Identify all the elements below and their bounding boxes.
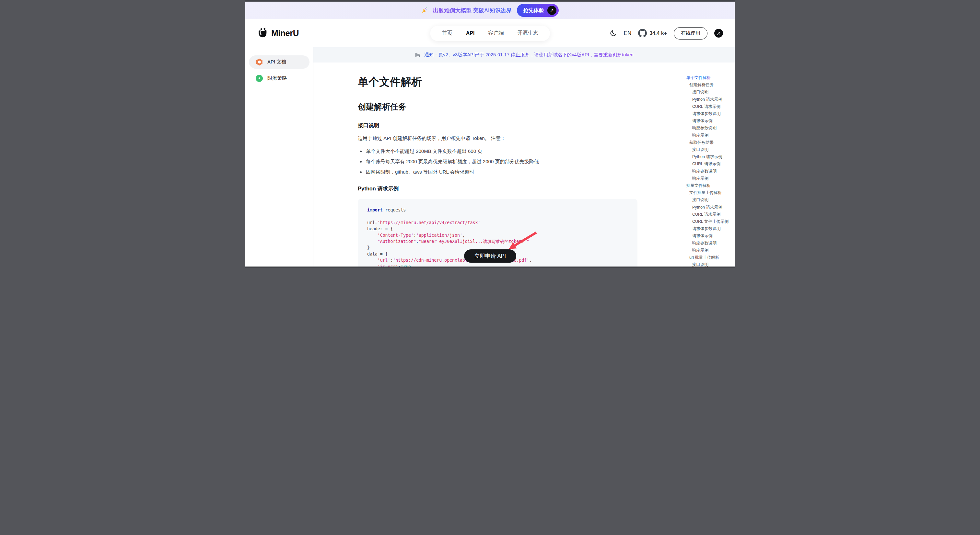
toc-item[interactable]: 接口说明 — [686, 89, 735, 95]
note-item: 单个文件大小不能超过 200MB,文件页数不超出 600 页 — [365, 148, 638, 154]
logo[interactable]: MinerU — [257, 27, 299, 39]
promo-banner: 出题难倒大模型 突破AI知识边界 抢先体验 ↗ — [245, 2, 735, 19]
toc-item[interactable]: 接口说明 — [686, 146, 735, 153]
promo-cta-label: 抢先体验 — [523, 7, 544, 14]
toc-item[interactable]: Python 请求示例 — [686, 204, 735, 211]
party-popper-icon — [421, 7, 428, 14]
toc-item[interactable]: 请求体参数说明 — [686, 225, 735, 232]
toc-item[interactable]: 请求体示例 — [686, 232, 735, 239]
note-item: 因网络限制，github、aws 等国外 URL 会请求超时 — [365, 169, 638, 175]
toc-item[interactable]: 接口说明 — [686, 261, 735, 267]
intro-paragraph: 适用于通过 API 创建解析任务的场景，用户须先申请 Token。 注意： — [358, 135, 638, 141]
main-nav: 首页API客户端开源生态 — [430, 25, 550, 41]
sidebar-item-label: 限流策略 — [267, 75, 287, 81]
toc-item[interactable]: 接口说明 — [686, 196, 735, 203]
code-line: import requests — [367, 207, 628, 213]
toc-item[interactable]: 响应示例 — [686, 175, 735, 182]
apply-api-button[interactable]: 立即申请 API — [464, 249, 516, 263]
sidebar-item-label: API 文档 — [267, 59, 286, 65]
megaphone-icon — [415, 51, 421, 58]
toc-item[interactable]: Python 请求示例 — [686, 153, 735, 160]
user-avatar-icon[interactable] — [714, 29, 723, 38]
toc-item[interactable]: 响应参数说明 — [686, 240, 735, 247]
sidebar-item-api-docs[interactable]: API 文档 — [249, 56, 310, 69]
code-line: 'Content-Type':'application/json', — [367, 232, 628, 238]
toc-item[interactable]: 响应参数说明 — [686, 124, 735, 132]
toc-item[interactable]: 响应示例 — [686, 132, 735, 139]
github-icon — [638, 29, 647, 38]
toc-item[interactable]: 请求体示例 — [686, 117, 735, 124]
toc-item[interactable]: 获取任务结果 — [686, 139, 735, 146]
subsection-interface-desc: 接口说明 — [358, 122, 638, 129]
toc-item[interactable]: 请求体参数说明 — [686, 110, 735, 117]
toc-item[interactable]: 批量文件解析 — [686, 182, 735, 189]
nav-item-home[interactable]: 首页 — [442, 30, 452, 37]
hexagon-icon — [256, 59, 263, 66]
page-title: 单个文件解析 — [358, 75, 638, 89]
code-line: header = { — [367, 226, 628, 232]
toc-item[interactable]: CURL 请求示例 — [686, 160, 735, 167]
subsection-python-example: Python 请求示例 — [358, 185, 638, 192]
toc-item[interactable]: 单个文件解析 — [686, 74, 735, 81]
nav-item-api[interactable]: API — [466, 30, 475, 36]
section-title-create-task: 创建解析任务 — [358, 102, 638, 112]
header-actions: EN 34.4 k+ 在线使用 — [609, 27, 723, 40]
code-line — [367, 213, 628, 219]
bolt-icon — [256, 75, 263, 82]
promo-headline: 出题难倒大模型 突破AI知识边界 — [433, 7, 512, 14]
notes-list: 单个文件大小不能超过 200MB,文件页数不超出 600 页每个账号每天享有 2… — [358, 148, 638, 175]
dark-mode-moon-icon[interactable] — [609, 30, 617, 37]
code-line: 'is_ocr':True, — [367, 264, 628, 268]
code-line: url='https://mineru.net/api/v4/extract/t… — [367, 219, 628, 226]
arrow-up-right-icon: ↗ — [547, 6, 557, 15]
toc-item[interactable]: Python 请求示例 — [686, 96, 735, 103]
site-header: MinerU 首页API客户端开源生态 EN 34.4 k+ 在线使用 — [245, 19, 735, 47]
sidebar-item-rate-limit[interactable]: 限流策略 — [249, 71, 310, 85]
toc-item[interactable]: CURL 请求示例 — [686, 211, 735, 218]
nav-item-client[interactable]: 客户端 — [488, 30, 504, 37]
nav-item-opensource[interactable]: 开源生态 — [517, 30, 538, 37]
logo-text: MinerU — [271, 28, 299, 38]
language-toggle[interactable]: EN — [624, 30, 632, 37]
code-line: "Authorization":"Bearer eyJ0eXBlIjoiSl..… — [367, 238, 628, 244]
github-link[interactable]: 34.4 k+ — [638, 29, 667, 38]
toc-item[interactable]: 响应示例 — [686, 247, 735, 254]
promo-cta-button[interactable]: 抢先体验 ↗ — [517, 4, 559, 17]
online-use-button[interactable]: 在线使用 — [674, 27, 708, 40]
doc-content: 单个文件解析 创建解析任务 接口说明 适用于通过 API 创建解析任务的场景，用… — [313, 62, 682, 267]
toc-item[interactable]: CURL 文件上传示例 — [686, 218, 735, 225]
mineru-logo-icon — [257, 27, 268, 39]
notice-bar: 通知：原v2、v3版本API已于 2025-01-17 停止服务，请使用新域名下… — [313, 47, 735, 62]
docs-sidebar: API 文档 限流策略 — [245, 47, 313, 267]
toc-item[interactable]: 文件批量上传解析 — [686, 189, 735, 196]
table-of-contents: 单个文件解析创建解析任务接口说明Python 请求示例CURL 请求示例请求体参… — [682, 62, 735, 267]
notice-text[interactable]: 通知：原v2、v3版本API已于 2025-01-17 停止服务，请使用新域名下… — [424, 52, 633, 58]
browser-window: 出题难倒大模型 突破AI知识边界 抢先体验 ↗ MinerU 首页API客户端开… — [245, 0, 735, 268]
toc-item[interactable]: CURL 请求示例 — [686, 103, 735, 110]
toc-item[interactable]: url 批量上传解析 — [686, 254, 735, 261]
note-item: 每个账号每天享有 2000 页最高优先级解析额度，超过 2000 页的部分优先级… — [365, 159, 638, 165]
toc-item[interactable]: 创建解析任务 — [686, 81, 735, 89]
toc-item[interactable]: 响应参数说明 — [686, 168, 735, 175]
github-star-count: 34.4 k+ — [649, 30, 667, 36]
